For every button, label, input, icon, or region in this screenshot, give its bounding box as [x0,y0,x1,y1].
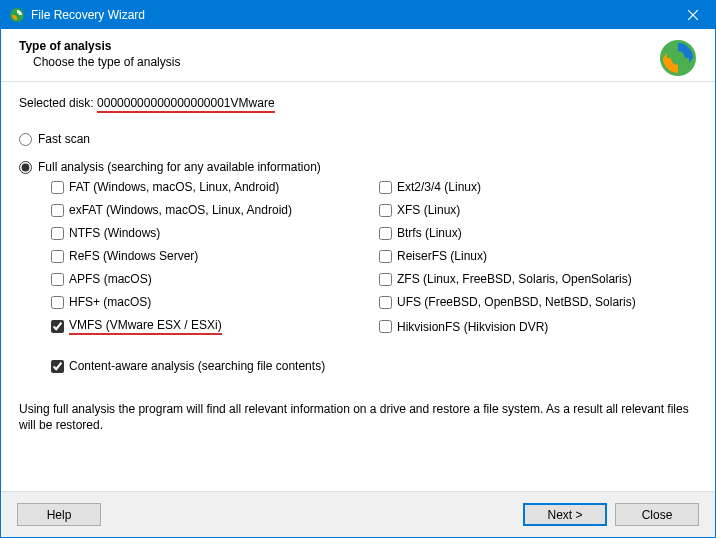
fs-checkbox-label: XFS (Linux) [397,203,460,217]
titlebar: File Recovery Wizard [1,1,715,29]
wizard-content: Selected disk: 00000000000000000001VMwar… [1,82,715,373]
fs-checkbox-input[interactable] [51,250,64,263]
full-analysis-label: Full analysis (searching for any availab… [38,160,321,174]
fs-checkbox-label: NTFS (Windows) [69,226,160,240]
help-button[interactable]: Help [17,503,101,526]
window-close-button[interactable] [671,1,715,29]
fs-checkbox-right-3[interactable]: ReiserFS (Linux) [379,249,697,263]
fs-checkbox-right-6[interactable]: HikvisionFS (Hikvision DVR) [379,318,697,335]
window-title: File Recovery Wizard [31,8,671,22]
page-subtitle: Choose the type of analysis [33,55,697,69]
fs-checkbox-left-1[interactable]: exFAT (Windows, macOS, Linux, Android) [51,203,369,217]
fs-checkbox-right-2[interactable]: Btrfs (Linux) [379,226,697,240]
fs-checkbox-right-0[interactable]: Ext2/3/4 (Linux) [379,180,697,194]
fs-checkbox-input[interactable] [379,320,392,333]
fs-checkbox-input[interactable] [51,296,64,309]
fs-checkbox-right-5[interactable]: UFS (FreeBSD, OpenBSD, NetBSD, Solaris) [379,295,697,309]
fs-checkbox-label: HikvisionFS (Hikvision DVR) [397,320,548,334]
content-aware-label: Content-aware analysis (searching file c… [69,359,325,373]
fs-checkbox-input[interactable] [379,273,392,286]
fs-checkbox-right-1[interactable]: XFS (Linux) [379,203,697,217]
next-button[interactable]: Next > [523,503,607,526]
fs-checkbox-input[interactable] [51,273,64,286]
fs-checkbox-right-4[interactable]: ZFS (Linux, FreeBSD, Solaris, OpenSolari… [379,272,697,286]
fs-checkbox-label: ReiserFS (Linux) [397,249,487,263]
fs-checkbox-input[interactable] [51,204,64,217]
selected-disk-row: Selected disk: 00000000000000000001VMwar… [19,96,697,110]
fs-checkbox-label: UFS (FreeBSD, OpenBSD, NetBSD, Solaris) [397,295,636,309]
close-button[interactable]: Close [615,503,699,526]
fast-scan-radio[interactable]: Fast scan [19,132,697,146]
fast-scan-label: Fast scan [38,132,90,146]
close-icon [688,10,698,20]
page-title: Type of analysis [19,39,697,53]
fs-checkbox-left-5[interactable]: HFS+ (macOS) [51,295,369,309]
fs-checkbox-label: VMFS (VMware ESX / ESXi) [69,318,222,335]
content-aware-checkbox[interactable]: Content-aware analysis (searching file c… [51,359,697,373]
fs-checkbox-input[interactable] [51,227,64,240]
fs-checkbox-label: Ext2/3/4 (Linux) [397,180,481,194]
fs-checkbox-label: Btrfs (Linux) [397,226,462,240]
content-aware-checkbox-input[interactable] [51,360,64,373]
fs-checkbox-left-4[interactable]: APFS (macOS) [51,272,369,286]
app-icon [9,7,25,23]
fs-checkbox-label: exFAT (Windows, macOS, Linux, Android) [69,203,292,217]
fs-checkbox-left-0[interactable]: FAT (Windows, macOS, Linux, Android) [51,180,369,194]
fs-checkbox-left-3[interactable]: ReFS (Windows Server) [51,249,369,263]
fs-checkbox-label: FAT (Windows, macOS, Linux, Android) [69,180,279,194]
fs-checkbox-input[interactable] [379,227,392,240]
fs-checkbox-left-2[interactable]: NTFS (Windows) [51,226,369,240]
fs-checkbox-input[interactable] [379,250,392,263]
fs-checkbox-label: HFS+ (macOS) [69,295,151,309]
fs-checkbox-label: APFS (macOS) [69,272,152,286]
fs-checkbox-label: ReFS (Windows Server) [69,249,198,263]
fs-checkbox-input[interactable] [379,296,392,309]
selected-disk-value: 00000000000000000001VMware [97,96,275,113]
full-analysis-radio-input[interactable] [19,161,32,174]
analysis-description: Using full analysis the program will fin… [1,401,715,433]
fs-checkbox-label: ZFS (Linux, FreeBSD, Solaris, OpenSolari… [397,272,632,286]
filesystem-grid: FAT (Windows, macOS, Linux, Android)Ext2… [51,180,697,335]
recovery-icon [657,37,699,79]
fs-checkbox-input[interactable] [379,204,392,217]
fs-checkbox-input[interactable] [379,181,392,194]
fs-checkbox-input[interactable] [51,181,64,194]
fs-checkbox-input[interactable] [51,320,64,333]
wizard-header: Type of analysis Choose the type of anal… [1,29,715,82]
wizard-footer: Help Next > Close [1,491,715,537]
selected-disk-label: Selected disk: [19,96,94,110]
full-analysis-radio[interactable]: Full analysis (searching for any availab… [19,160,697,174]
fast-scan-radio-input[interactable] [19,133,32,146]
fs-checkbox-left-6[interactable]: VMFS (VMware ESX / ESXi) [51,318,369,335]
